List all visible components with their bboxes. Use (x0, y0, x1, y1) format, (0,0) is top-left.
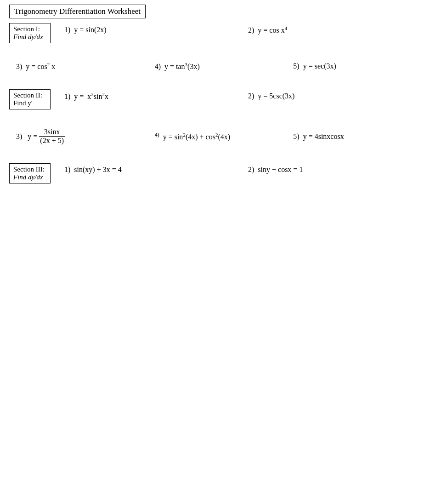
section-1-label: Section I: (13, 25, 46, 33)
section-3-block: Section III: Find dy/dx 1) sin(xy) + 3x … (9, 163, 432, 183)
s1-p1-num: 1) y = sin(2x) (64, 26, 107, 34)
s3-problem-1: 1) sin(xy) + 3x = 4 (64, 166, 248, 174)
section-3-problems-row-1: 1) sin(xy) + 3x = 4 2) siny + cosx = 1 (51, 166, 432, 174)
section-1-box: Section I: Find dy/dx (9, 23, 51, 43)
s3-problem-2: 2) siny + cosx = 1 (248, 166, 432, 174)
s1-problem-3: 3) y = cos2 x (16, 62, 155, 71)
section-3-find: Find dy/dx (13, 173, 46, 181)
s2-p3-numerator: 3sinx (39, 128, 65, 137)
s2-problem-2: 2) y = 5csc(3x) (248, 92, 432, 100)
section-2-find: Find y' (13, 99, 46, 107)
section-2-box: Section II: Find y' (9, 89, 51, 109)
section-1-block: Section I: Find dy/dx 1) y = sin(2x) 2) … (9, 23, 432, 71)
section-1-row: Section I: Find dy/dx 1) y = sin(2x) 2) … (9, 23, 432, 43)
section-1-problems-row-2: 3) y = cos2 x 4) y = tan3(3x) 5) y = sec… (9, 62, 432, 71)
s1-problem-2: 2) y = cos x4 (248, 25, 432, 34)
section-2-problems-row-1: 1) y = x2sin2x 2) y = 5csc(3x) (51, 92, 432, 101)
section-2-label: Section II: (13, 92, 46, 99)
s2-problem-4: 4) y = sin2(4x) + cos2(4x) (155, 132, 294, 141)
section-1-problems-row-1: 1) y = sin(2x) 2) y = cos x4 (51, 25, 432, 34)
s2-problem-1: 1) y = x2sin2x (64, 92, 248, 101)
section-3-row: Section III: Find dy/dx 1) sin(xy) + 3x … (9, 163, 432, 183)
s2-p3-fraction: 3sinx (2x + 5) (39, 128, 65, 145)
section-1-find: Find dy/dx (13, 33, 46, 41)
s2-problem-5: 5) y = 4sinxcosx (293, 132, 432, 141)
s2-problem-3: 3) y = 3sinx (2x + 5) (16, 128, 155, 145)
section-3-box: Section III: Find dy/dx (9, 163, 51, 183)
s1-problem-1: 1) y = sin(2x) (64, 26, 248, 34)
section-2-block: Section II: Find y' 1) y = x2sin2x 2) y … (9, 89, 432, 145)
worksheet-title: Trigonometry Differentiation Worksheet (9, 5, 146, 18)
s1-p2-num: 2) y = cos x4 (248, 26, 287, 34)
s2-p3-denominator: (2x + 5) (39, 137, 65, 145)
section-2-row: Section II: Find y' 1) y = x2sin2x 2) y … (9, 89, 432, 109)
s1-problem-5: 5) y = sec(3x) (293, 62, 432, 70)
section-2-problems-row-2: 3) y = 3sinx (2x + 5) 4) y = sin2(4x) + … (9, 128, 432, 145)
s1-problem-4: 4) y = tan3(3x) (155, 62, 294, 71)
section-3-label: Section III: (13, 166, 46, 173)
